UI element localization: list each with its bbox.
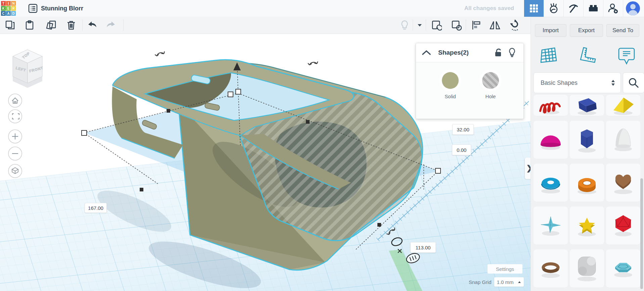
export-button[interactable]: Export bbox=[570, 24, 603, 37]
header-nav bbox=[524, 0, 644, 17]
toolbar-separator bbox=[413, 19, 413, 31]
hole-pattern-circle[interactable] bbox=[482, 72, 499, 89]
gallery-scrollbar[interactable] bbox=[640, 178, 643, 289]
align-icon[interactable] bbox=[470, 19, 482, 31]
paste-icon[interactable] bbox=[24, 19, 36, 31]
rotate-handle[interactable] bbox=[155, 51, 165, 56]
shape-box[interactable] bbox=[570, 95, 604, 116]
shape-icosahedron[interactable] bbox=[606, 207, 640, 244]
minecraft-pickaxe-icon[interactable] bbox=[563, 0, 583, 17]
send-to-button[interactable]: Send To bbox=[606, 24, 639, 37]
toolbar-separator bbox=[123, 19, 124, 31]
shape-rounded-cube[interactable] bbox=[570, 249, 604, 287]
bricks-icon[interactable] bbox=[583, 0, 603, 17]
group-icon[interactable] bbox=[430, 19, 443, 31]
notes-icon[interactable] bbox=[615, 45, 638, 66]
shape-half-sphere[interactable] bbox=[534, 121, 568, 159]
search-button[interactable] bbox=[623, 72, 644, 93]
dimension-depth-label[interactable]: 113.00 bbox=[410, 242, 436, 253]
inspector-title: Shapes(2) bbox=[438, 43, 469, 62]
shape-category-dropdown[interactable]: Basic Shapes bbox=[534, 72, 621, 93]
settings-button[interactable]: Settings bbox=[488, 264, 522, 274]
shape-heart[interactable] bbox=[606, 164, 640, 201]
shape-polygon-prism[interactable] bbox=[570, 121, 604, 159]
shape-paraboloid[interactable] bbox=[606, 121, 640, 159]
duplicate-icon[interactable] bbox=[45, 19, 57, 31]
toolbar-separator bbox=[426, 19, 426, 31]
select-caret-icon bbox=[611, 79, 615, 86]
shape-library-panel: Import Export Send To Basic Shapes bbox=[531, 17, 644, 291]
edit-toolbar bbox=[0, 17, 531, 34]
dimension-height-label[interactable]: 32.00 bbox=[452, 124, 474, 135]
delete-icon[interactable] bbox=[65, 19, 77, 31]
hole-label: Hole bbox=[474, 94, 507, 99]
dashboard-grid-icon[interactable] bbox=[524, 0, 544, 17]
caret-up-icon bbox=[518, 281, 521, 283]
zoom-in-button[interactable] bbox=[8, 130, 22, 143]
avatar[interactable] bbox=[623, 0, 643, 17]
shape-scribble[interactable] bbox=[534, 95, 568, 116]
snap-grid-control: Snap Grid 1.0 mm bbox=[469, 277, 524, 287]
solid-color-circle[interactable] bbox=[442, 72, 459, 89]
dimension-width-label[interactable]: 167.00 bbox=[85, 203, 107, 213]
design-title[interactable]: Stunning Blorr bbox=[41, 0, 83, 17]
home-view-button[interactable] bbox=[8, 94, 22, 107]
invite-person-icon[interactable] bbox=[603, 0, 623, 17]
redo-icon[interactable] bbox=[105, 19, 117, 31]
ungroup-icon[interactable] bbox=[450, 19, 462, 31]
document-properties-icon[interactable] bbox=[28, 4, 38, 13]
shape-torus[interactable] bbox=[534, 164, 568, 201]
shape-star-5pt[interactable] bbox=[570, 207, 604, 244]
snap-grid-label: Snap Grid bbox=[469, 279, 492, 285]
undo-icon[interactable] bbox=[86, 19, 98, 31]
solid-label: Solid bbox=[433, 94, 467, 99]
shape-tube[interactable] bbox=[570, 164, 604, 201]
workplane-icon[interactable] bbox=[537, 45, 560, 66]
collapse-chevron-icon[interactable] bbox=[421, 49, 431, 56]
lightbulb-icon[interactable] bbox=[508, 48, 516, 58]
import-button[interactable]: Import bbox=[535, 24, 566, 37]
copy-icon[interactable] bbox=[4, 19, 16, 31]
perspective-toggle-button[interactable] bbox=[8, 164, 22, 178]
solid-swatch[interactable]: Solid bbox=[433, 72, 467, 99]
snap-grid-dropdown[interactable]: 1.0 mm bbox=[494, 277, 524, 287]
shape-ring[interactable] bbox=[534, 249, 568, 287]
shape-roof[interactable] bbox=[606, 95, 640, 116]
search-icon bbox=[628, 77, 639, 89]
app-header: T I N K E R C A D Stunning Blorr All cha… bbox=[0, 0, 644, 17]
lightbulb-icon[interactable] bbox=[399, 19, 411, 31]
save-status: All changes saved bbox=[464, 0, 514, 17]
ruler-icon[interactable] bbox=[576, 45, 599, 66]
dimension-z-label[interactable]: 0.00 bbox=[452, 144, 471, 155]
unlock-icon[interactable] bbox=[494, 48, 503, 58]
tinkercad-logo[interactable]: T I N K E R C A D bbox=[1, 1, 16, 16]
toolbar-separator bbox=[82, 19, 83, 31]
fit-view-button[interactable] bbox=[8, 110, 22, 123]
inspector-header: Shapes(2) bbox=[416, 43, 523, 62]
hand-icon[interactable] bbox=[544, 0, 563, 17]
selection-inspector-panel: Shapes(2) Solid Hole bbox=[416, 43, 524, 119]
toolbar-separator bbox=[466, 19, 466, 31]
viewport-nav-buttons bbox=[8, 94, 22, 178]
magnet-icon[interactable] bbox=[509, 19, 521, 31]
shape-gem[interactable] bbox=[606, 249, 640, 287]
hole-swatch[interactable]: Hole bbox=[474, 72, 507, 99]
view-cube[interactable]: TOP LEFT FRONT bbox=[13, 50, 44, 88]
dropdown-caret-icon[interactable] bbox=[415, 19, 424, 31]
zoom-out-button[interactable] bbox=[8, 147, 22, 160]
mirror-icon[interactable] bbox=[489, 19, 501, 31]
shape-star-4pt[interactable] bbox=[534, 207, 568, 244]
rotate-handle[interactable] bbox=[308, 61, 318, 65]
